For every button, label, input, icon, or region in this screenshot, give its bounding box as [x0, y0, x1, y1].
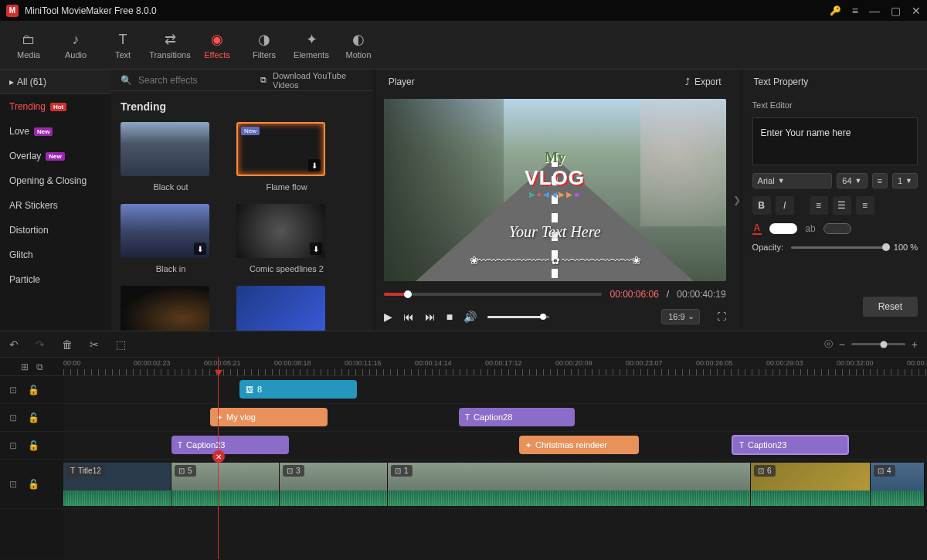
- tool-motion[interactable]: ◐Motion: [336, 24, 381, 67]
- category-distortion[interactable]: Distortion: [0, 218, 111, 243]
- italic-button[interactable]: I: [776, 196, 794, 215]
- search-input[interactable]: [138, 75, 254, 86]
- category-all[interactable]: ▸ All (61): [0, 70, 111, 94]
- video-clip[interactable]: ⊡4: [871, 463, 925, 506]
- category-ar-stickers[interactable]: AR Stickers: [0, 193, 111, 218]
- time-current: 00:00:06:06: [610, 289, 658, 300]
- minimize-button[interactable]: —: [869, 5, 880, 17]
- color-swatch-bg[interactable]: [823, 223, 851, 234]
- ab-label: ab: [805, 223, 815, 234]
- category-trending[interactable]: TrendingHot: [0, 94, 111, 119]
- redo-button[interactable]: ↷: [36, 338, 45, 351]
- track-lock-icon[interactable]: 🔓: [28, 385, 39, 395]
- track-lock-icon[interactable]: 🔓: [28, 440, 39, 451]
- video-preview[interactable]: My VLOG ▶●◀◀▶▶■ Your Text Here ❀〰〰〰〰〰〰〰 …: [384, 99, 726, 281]
- add-track-icon[interactable]: ⊞: [21, 361, 29, 372]
- tool-transitions[interactable]: ⇄Transitions: [148, 24, 192, 67]
- effect-comic-speedlines[interactable]: ⬇ Comic speedlines 2: [236, 204, 337, 273]
- line-value-select[interactable]: 1▼: [892, 173, 918, 188]
- clip-text-myvlog[interactable]: ✦My vlog: [210, 408, 328, 426]
- volume-slider[interactable]: [487, 316, 549, 318]
- align-center-button[interactable]: ☰: [833, 196, 851, 215]
- tool-elements[interactable]: ✦Elements: [289, 24, 334, 67]
- tool-audio[interactable]: ♪Audio: [53, 24, 98, 67]
- opacity-slider[interactable]: [791, 246, 886, 249]
- clip-christmas-reindeer[interactable]: ✦Christmas reindeer: [519, 436, 639, 454]
- play-button[interactable]: ▶: [384, 311, 392, 323]
- bold-button[interactable]: B: [752, 196, 771, 215]
- category-opening-&-closing[interactable]: Opening & Closing: [0, 168, 111, 193]
- prev-frame-button[interactable]: ⏮: [403, 311, 414, 323]
- download-youtube-link[interactable]: Download YouTube Videos: [273, 71, 364, 90]
- category-love[interactable]: LoveNew: [0, 119, 111, 144]
- clip-caption23-selected[interactable]: TCaption23: [732, 435, 849, 455]
- fullscreen-button[interactable]: ⛶: [717, 311, 726, 322]
- category-glitch[interactable]: Glitch: [0, 243, 111, 267]
- playhead-delete-icon[interactable]: ✕: [212, 450, 225, 463]
- panel-expand-handle[interactable]: ❯: [734, 70, 740, 331]
- download-icon[interactable]: ⬇: [310, 243, 322, 255]
- zoom-in-button[interactable]: +: [912, 338, 918, 351]
- text-color-button[interactable]: A: [752, 222, 762, 235]
- align-right-button[interactable]: ≡: [856, 196, 874, 215]
- track-lock-icon[interactable]: 🔓: [28, 479, 39, 490]
- progress-bar[interactable]: [384, 293, 603, 296]
- track-lock-icon[interactable]: 🔓: [28, 412, 39, 423]
- video-clip-title[interactable]: TTitle12: [63, 463, 171, 506]
- track-video-icon[interactable]: ⊡: [9, 479, 17, 490]
- clip-image[interactable]: 🖼8: [239, 380, 357, 399]
- category-particle[interactable]: Particle: [0, 267, 111, 292]
- video-clip[interactable]: ⊡1: [388, 463, 751, 506]
- clip-caption23[interactable]: TCaption23: [171, 436, 289, 454]
- stop-button[interactable]: ■: [447, 311, 453, 323]
- tool-effects[interactable]: ◉Effects: [195, 24, 239, 67]
- next-frame-button[interactable]: ⏭: [425, 311, 436, 323]
- undo-button[interactable]: ↶: [9, 338, 19, 351]
- maximize-button[interactable]: ▢: [891, 5, 901, 17]
- category-overlay[interactable]: OverlayNew: [0, 144, 111, 168]
- download-icon[interactable]: ⬇: [308, 159, 321, 171]
- delete-button[interactable]: 🗑: [62, 338, 73, 351]
- clip-caption28[interactable]: TCaption28: [459, 408, 575, 426]
- font-size-select[interactable]: 64▼: [837, 173, 867, 188]
- video-clip[interactable]: ⊡3: [280, 463, 388, 506]
- split-button[interactable]: ✂: [90, 338, 99, 351]
- premium-key-icon[interactable]: 🔑: [830, 5, 841, 16]
- playhead[interactable]: ✕: [218, 358, 219, 559]
- effect-item[interactable]: [121, 286, 221, 331]
- tool-filters[interactable]: ◑Filters: [242, 24, 287, 67]
- zoom-out-button[interactable]: −: [839, 338, 845, 351]
- copy-track-icon[interactable]: ⧉: [36, 361, 43, 372]
- text-input[interactable]: [752, 117, 918, 165]
- color-swatch-white[interactable]: [769, 223, 797, 234]
- vlog-sticker: My VLOG ▶●◀◀▶▶■: [525, 150, 585, 199]
- video-clip[interactable]: ⊡5: [171, 463, 280, 506]
- opacity-value: 100 %: [894, 243, 918, 252]
- aspect-ratio-select[interactable]: 16:9: [661, 309, 699, 324]
- volume-icon[interactable]: 🔊: [464, 311, 477, 323]
- effect-flame-flow[interactable]: New⬇ Flame flow: [236, 122, 337, 192]
- tool-media[interactable]: 🗀Media: [6, 24, 51, 67]
- export-button[interactable]: ⤴ Export: [685, 76, 722, 87]
- reset-button[interactable]: Reset: [863, 297, 918, 317]
- crop-button[interactable]: ⬚: [116, 338, 126, 351]
- fit-timeline-icon[interactable]: ⦾: [824, 338, 833, 351]
- ruler-tick: 00:00:08:18: [274, 359, 311, 367]
- ruler-tick: 00:00:02:23: [134, 359, 171, 367]
- effect-black-in[interactable]: ⬇ Black in: [121, 204, 221, 273]
- video-clip[interactable]: ⊡6: [751, 463, 871, 506]
- track-video-icon[interactable]: ⊡: [9, 412, 17, 423]
- effect-item[interactable]: [236, 286, 337, 331]
- font-select[interactable]: Arial▼: [752, 173, 833, 188]
- tool-text[interactable]: TText: [100, 24, 145, 67]
- close-button[interactable]: ✕: [912, 5, 921, 17]
- track-video-icon[interactable]: ⊡: [9, 440, 17, 451]
- effect-black-out[interactable]: Black out: [121, 122, 221, 192]
- download-icon[interactable]: ⬇: [194, 243, 206, 255]
- align-left-button[interactable]: ≡: [810, 196, 828, 215]
- track-video-icon[interactable]: ⊡: [9, 385, 17, 395]
- line-spacing-button[interactable]: ≡: [872, 173, 888, 188]
- zoom-slider[interactable]: [851, 343, 905, 345]
- menu-icon[interactable]: ≡: [852, 5, 858, 17]
- export-icon: ⤴: [685, 76, 690, 87]
